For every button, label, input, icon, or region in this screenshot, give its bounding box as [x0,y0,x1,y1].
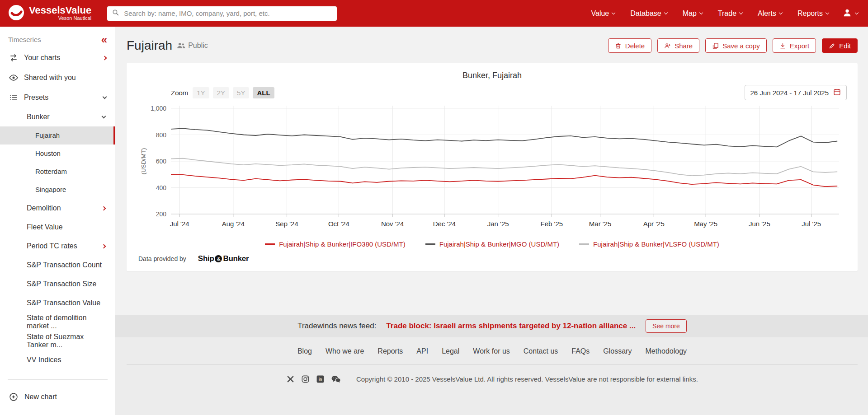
sidebar-item-period-tc-rates[interactable]: Period TC rates [0,237,115,256]
chart-card: Bunker, Fujairah Zoom 1Y 2Y 5Y ALL 26 Ju… [127,63,858,271]
footer-link-blog[interactable]: Blog [297,347,312,355]
edit-label: Edit [839,42,851,50]
calendar-icon [833,88,841,97]
sidebar-item-houston[interactable]: Houston [0,145,115,163]
sidebar-item-presets[interactable]: Presets [0,88,115,107]
sidebar-item-demolition[interactable]: Demolition [0,199,115,218]
search-input[interactable] [123,9,332,18]
export-button[interactable]: Export [773,38,816,53]
nav-trade[interactable]: Trade [718,9,742,18]
legend-label: Fujairah|Ship & Bunker|MGO (USD/MT) [439,240,559,248]
chevron-down-icon [826,11,829,14]
sidebar-item-fujairah[interactable]: Fujairah [0,126,115,145]
see-more-button[interactable]: See more [646,319,687,333]
trash-icon [615,42,622,49]
sidebar-item-vv-indices[interactable]: VV Indices [0,350,115,369]
legend-label: Fujairah|Ship & Bunker|VLSFO (USD/MT) [593,240,719,248]
x-tick-label: Oct '24 [328,220,349,228]
sidebar-item-state-of-suezmax-tanker[interactable]: State of Suezmax Tanker m... [0,331,115,350]
footer-link-api[interactable]: API [416,347,428,355]
sidebar-item-fleet-value[interactable]: Fleet Value [0,218,115,237]
new-chart-label: New chart [24,393,57,401]
legend-item[interactable]: Fujairah|Ship & Bunker|VLSFO (USD/MT) [579,240,719,248]
legend-label: Fujairah|Ship & Bunker|IFO380 (USD/MT) [279,240,406,248]
zoom-1y-button[interactable]: 1Y [193,87,209,98]
x-tick-label: Apr '25 [643,220,665,228]
zoom-label: Zoom [171,89,188,97]
sidebar-item-rotterdam[interactable]: Rotterdam [0,163,115,181]
edit-button[interactable]: Edit [822,38,858,53]
global-search [107,6,337,21]
sidebar-item-label: Demolition [27,204,102,212]
copy-icon [712,42,719,49]
y-tick-label: 1,000 [151,105,166,112]
y-tick-label: 400 [156,184,167,191]
nav-map-label: Map [683,9,697,18]
price-chart[interactable]: 2004006008001,000Jul '24Aug '24Sep '24Oc… [137,103,843,238]
zoom-2y-button[interactable]: 2Y [213,87,229,98]
user-menu[interactable] [842,8,858,19]
sidebar-item-your-charts[interactable]: Your charts [0,48,115,68]
provider-name-part: Bunker [223,254,249,263]
footer-link-who-we-are[interactable]: Who we are [326,347,364,355]
footer-link-glossary[interactable]: Glossary [603,347,632,355]
brand-logo[interactable]: VesselsValue Veson Nautical [8,5,91,23]
chevron-right-icon [103,56,107,60]
visibility-label: Public [188,42,208,50]
sidebar-item-sp-transaction-size[interactable]: S&P Transaction Size [0,275,115,294]
sidebar-group-bunker[interactable]: Bunker [0,107,115,126]
footer-link-work-for-us[interactable]: Work for us [473,347,510,355]
nav-map[interactable]: Map [683,9,703,18]
zoom-all-button[interactable]: ALL [253,87,274,98]
vesselsvalue-logo-icon [8,5,24,23]
sidebar-item-sp-transaction-count[interactable]: S&P Transaction Count [0,256,115,275]
legend-item[interactable]: Fujairah|Ship & Bunker|IFO380 (USD/MT) [265,240,406,248]
chevron-down-icon [664,11,667,14]
sidebar-item-label: State of demolition market ... [27,314,105,330]
delete-button[interactable]: Delete [608,38,651,53]
legend-swatch [579,243,589,245]
news-band: Tradewinds news feed: Trade block: Israe… [115,315,868,337]
nav-value[interactable]: Value [591,9,615,18]
date-range-picker[interactable]: 26 Jun 2024 - 17 Jul 2025 [745,85,847,100]
delete-label: Delete [625,42,645,50]
page-header: Fujairah Public Delete Share [127,35,858,56]
sidebar-item-shared-with-you[interactable]: Shared with you [0,68,115,88]
news-headline-link[interactable]: Trade block: Israeli arms shipments targ… [386,322,636,331]
chevron-down-icon [102,114,106,119]
news-feed-label: Tradewinds news feed: [297,322,376,331]
zoom-5y-button[interactable]: 5Y [233,87,249,98]
nav-alerts[interactable]: Alerts [758,9,782,18]
legend-swatch [265,243,275,245]
person-plus-icon [664,42,671,49]
eye-icon [9,73,18,82]
new-chart-button[interactable]: New chart [0,380,115,415]
sidebar-collapse-button[interactable]: « [101,36,107,43]
footer-link-legal[interactable]: Legal [442,347,459,355]
x-tick-label: Jun '25 [749,220,770,228]
x-icon[interactable] [286,375,295,383]
search-icon [112,9,119,18]
legend-item[interactable]: Fujairah|Ship & Bunker|MGO (USD/MT) [425,240,559,248]
nav-reports[interactable]: Reports [797,9,829,18]
svg-text:in: in [319,377,322,382]
footer-link-reports[interactable]: Reports [377,347,403,355]
sidebar-item-sp-transaction-value[interactable]: S&P Transaction Value [0,294,115,312]
footer-link-contact-us[interactable]: Contact us [524,347,558,355]
share-button[interactable]: Share [657,38,699,53]
wechat-icon[interactable] [331,375,341,383]
footer-link-methodology[interactable]: Methodology [645,347,687,355]
save-a-copy-button[interactable]: Save a copy [705,38,767,53]
linkedin-icon[interactable]: in [316,375,325,383]
sidebar-group-label: Bunker [27,113,102,121]
plus-circle-icon [9,392,18,401]
x-tick-label: Aug '24 [222,220,245,228]
list-icon [9,93,18,102]
main-nav: Value Database Map Trade Alerts Reports [591,9,829,18]
sidebar-item-state-of-demolition-market[interactable]: State of demolition market ... [0,312,115,331]
sidebar-item-label: S&P Transaction Size [27,280,105,288]
instagram-icon[interactable] [301,375,310,383]
nav-database[interactable]: Database [630,9,667,18]
footer-link-faqs[interactable]: FAQs [571,347,590,355]
sidebar-item-singapore[interactable]: Singapore [0,181,115,199]
